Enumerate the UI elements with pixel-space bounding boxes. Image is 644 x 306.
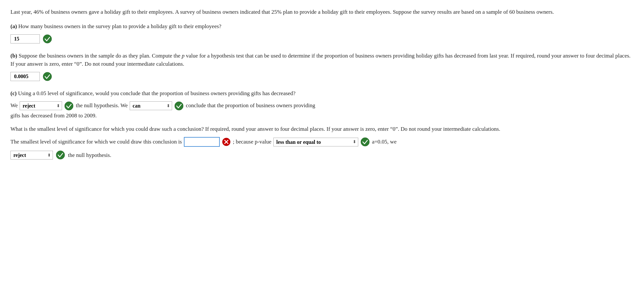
part-b-block: (b) Suppose the business owners in the s… xyxy=(10,52,634,81)
part-a-check-icon xyxy=(42,34,52,44)
svg-point-0 xyxy=(43,35,52,43)
part-a-input[interactable] xyxy=(10,34,40,43)
svg-point-2 xyxy=(65,102,73,110)
part-c-label: (c) xyxy=(10,90,17,96)
part-a-answer-row xyxy=(10,34,634,44)
part-a-label: (a) xyxy=(10,23,17,29)
part-a-question: (a) How many business owners in the surv… xyxy=(10,22,634,31)
svg-point-7 xyxy=(361,138,369,146)
part-b-answer-row xyxy=(10,72,634,81)
part-c-dropdown4[interactable]: reject fail to reject xyxy=(10,151,53,160)
part-c-smallest-label: The smallest level of significance for w… xyxy=(10,137,182,147)
part-c-dropdown1-wrapper: reject fail to reject xyxy=(20,101,62,110)
intro-paragraph: Last year, 46% of business owners gave a… xyxy=(10,8,634,16)
part-c-question: (c) Using a 0.05 level of significance, … xyxy=(10,89,634,98)
part-b-q-start: Suppose the business owners in the sampl… xyxy=(19,53,182,59)
part-c-check2-icon xyxy=(174,101,184,111)
part-c-check3-icon xyxy=(360,137,370,147)
part-c-null-label: the null hypothesis. xyxy=(68,151,111,160)
part-c-question-text: Using a 0.05 level of significance, woul… xyxy=(18,90,296,96)
part-c-because-label: ; because p-value xyxy=(233,137,271,147)
part-c-dropdown2-wrapper: can cannot xyxy=(130,101,172,110)
part-c-reject-row: reject fail to reject the null hypothesi… xyxy=(10,150,634,160)
part-c-dropdown4-wrapper: reject fail to reject xyxy=(10,151,53,160)
part-c-gifts-text-row: gifts has decreased from 2008 to 2009. xyxy=(10,111,634,120)
part-c-smallest-row: The smallest level of significance for w… xyxy=(10,137,634,147)
svg-point-3 xyxy=(175,102,183,110)
svg-point-8 xyxy=(56,151,65,159)
part-c-error-icon xyxy=(222,137,231,146)
part-a-question-text: How many business owners in the survey p… xyxy=(18,23,221,29)
part-a-block: (a) How many business owners in the surv… xyxy=(10,22,634,44)
part-c-dropdown3[interactable]: less than or equal to greater than less … xyxy=(273,138,358,146)
part-b-question: (b) Suppose the business owners in the s… xyxy=(10,52,634,68)
part-c-dropdown2[interactable]: can cannot xyxy=(130,101,172,110)
part-c-we-label: We xyxy=(10,101,18,111)
part-c-null-hyp-label: the null hypothesis. We xyxy=(76,101,128,111)
part-b-label: (b) xyxy=(10,53,17,59)
part-c-conclude-text: conclude that the proportion of business… xyxy=(186,101,315,111)
part-c-smallest-text: What is the smallest level of significan… xyxy=(10,126,500,132)
part-c-check1-icon xyxy=(64,101,74,111)
svg-point-1 xyxy=(43,72,52,81)
part-c-smallest-text-block: What is the smallest level of significan… xyxy=(10,125,634,133)
part-b-input[interactable] xyxy=(10,72,40,81)
part-c-alpha-label: a=0.05, we xyxy=(372,137,396,147)
part-c-block: (c) Using a 0.05 level of significance, … xyxy=(10,89,634,160)
part-c-check4-icon xyxy=(56,150,65,160)
part-c-row1: We reject fail to reject the null hypoth… xyxy=(10,101,634,111)
part-b-p-italic: p xyxy=(182,53,185,59)
part-c-dropdown1[interactable]: reject fail to reject xyxy=(20,101,62,110)
part-c-dropdown3-wrapper: less than or equal to greater than less … xyxy=(273,138,358,146)
part-b-check-icon xyxy=(42,72,52,81)
part-c-gifts-text: gifts has decreased from 2008 to 2009. xyxy=(10,112,97,119)
part-c-smallest-input[interactable] xyxy=(184,137,220,147)
